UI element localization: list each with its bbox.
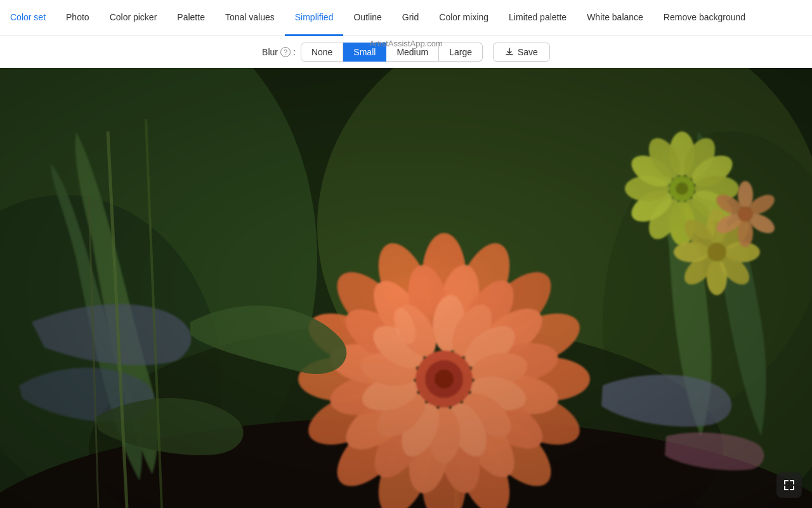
nav-item-tonal-values[interactable]: Tonal values	[215, 0, 285, 36]
top-navigation: Color setPhotoColor pickerPaletteTonal v…	[0, 0, 812, 36]
blur-label: Blur ? :	[262, 47, 296, 57]
nav-item-white-balance[interactable]: White balance	[577, 0, 653, 36]
nav-item-color-set[interactable]: Color set	[0, 0, 56, 36]
expand-button[interactable]	[776, 472, 802, 498]
nav-item-grid[interactable]: Grid	[392, 0, 429, 36]
nav-item-color-mixing[interactable]: Color mixing	[429, 0, 499, 36]
image-area	[0, 68, 812, 508]
nav-item-limited-palette[interactable]: Limited palette	[499, 0, 577, 36]
nav-item-simplified[interactable]: Simplified	[285, 0, 344, 36]
blur-btn-medium[interactable]: Medium	[386, 43, 439, 62]
svg-rect-91	[0, 68, 812, 508]
flower-svg-overlay	[0, 68, 812, 508]
download-icon	[505, 48, 514, 57]
blur-text: Blur	[262, 47, 278, 57]
blur-btn-none[interactable]: None	[301, 43, 343, 62]
blur-btn-small[interactable]: Small	[343, 43, 386, 62]
save-label: Save	[518, 47, 538, 57]
flower-image	[0, 68, 812, 508]
nav-item-color-picker[interactable]: Color picker	[100, 0, 167, 36]
nav-item-palette[interactable]: Palette	[167, 0, 215, 36]
expand-icon	[783, 479, 796, 491]
nav-item-outline[interactable]: Outline	[343, 0, 391, 36]
blur-help-icon[interactable]: ?	[280, 47, 291, 57]
nav-item-remove-background[interactable]: Remove background	[653, 0, 756, 36]
controls-bar: Blur ? : NoneSmallMediumLarge Save	[0, 36, 812, 68]
nav-item-photo[interactable]: Photo	[56, 0, 100, 36]
blur-btn-large[interactable]: Large	[439, 43, 483, 62]
save-button[interactable]: Save	[493, 43, 550, 62]
blur-button-group: NoneSmallMediumLarge	[301, 43, 483, 62]
